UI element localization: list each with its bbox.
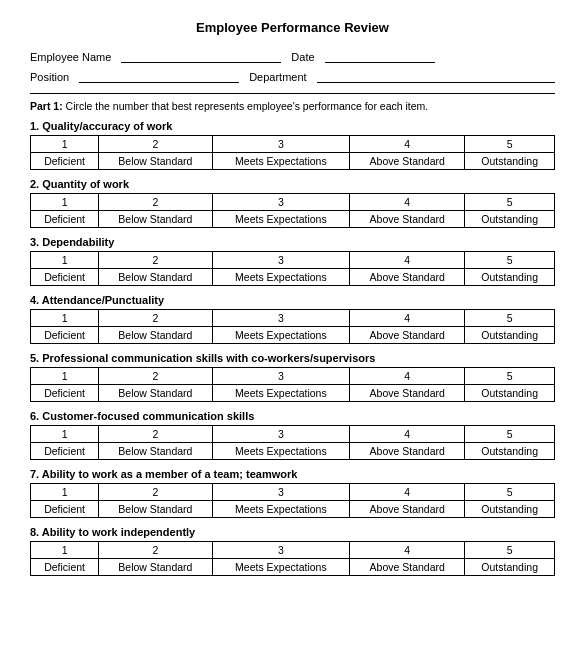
rating-label-2: Below Standard bbox=[99, 385, 213, 402]
rating-number-3[interactable]: 3 bbox=[212, 542, 349, 559]
rating-number-3[interactable]: 3 bbox=[212, 484, 349, 501]
rating-number-5[interactable]: 5 bbox=[465, 426, 555, 443]
rating-label-2: Below Standard bbox=[99, 443, 213, 460]
rating-label-3: Meets Expectations bbox=[212, 327, 349, 344]
rating-number-2[interactable]: 2 bbox=[99, 426, 213, 443]
rating-label-4: Above Standard bbox=[350, 211, 465, 228]
date-label: Date bbox=[291, 51, 314, 63]
rating-label-3: Meets Expectations bbox=[212, 443, 349, 460]
sections-container: 1. Quality/accuracy of work12345Deficien… bbox=[30, 120, 555, 576]
rating-table-s2: 12345DeficientBelow StandardMeets Expect… bbox=[30, 193, 555, 228]
position-input[interactable] bbox=[79, 69, 239, 83]
section-title-s4: 4. Attendance/Punctuality bbox=[30, 294, 555, 306]
rating-label-1: Deficient bbox=[31, 443, 99, 460]
instructions: Part 1: Circle the number that best repr… bbox=[30, 93, 555, 112]
rating-label-1: Deficient bbox=[31, 211, 99, 228]
rating-number-3[interactable]: 3 bbox=[212, 252, 349, 269]
rating-label-2: Below Standard bbox=[99, 559, 213, 576]
rating-number-3[interactable]: 3 bbox=[212, 368, 349, 385]
rating-number-2[interactable]: 2 bbox=[99, 136, 213, 153]
rating-label-3: Meets Expectations bbox=[212, 501, 349, 518]
rating-number-5[interactable]: 5 bbox=[465, 252, 555, 269]
date-input[interactable] bbox=[325, 49, 435, 63]
rating-number-3[interactable]: 3 bbox=[212, 426, 349, 443]
rating-label-4: Above Standard bbox=[350, 327, 465, 344]
rating-number-1[interactable]: 1 bbox=[31, 310, 99, 327]
rating-number-1[interactable]: 1 bbox=[31, 136, 99, 153]
rating-label-3: Meets Expectations bbox=[212, 269, 349, 286]
rating-number-2[interactable]: 2 bbox=[99, 368, 213, 385]
employee-name-label: Employee Name bbox=[30, 51, 111, 63]
rating-number-2[interactable]: 2 bbox=[99, 484, 213, 501]
position-department-row: Position Department bbox=[30, 69, 555, 83]
rating-number-3[interactable]: 3 bbox=[212, 194, 349, 211]
rating-label-5: Outstanding bbox=[465, 385, 555, 402]
rating-number-1[interactable]: 1 bbox=[31, 426, 99, 443]
rating-number-2[interactable]: 2 bbox=[99, 252, 213, 269]
rating-label-4: Above Standard bbox=[350, 443, 465, 460]
employee-name-input[interactable] bbox=[121, 49, 281, 63]
rating-label-5: Outstanding bbox=[465, 153, 555, 170]
rating-table-s7: 12345DeficientBelow StandardMeets Expect… bbox=[30, 483, 555, 518]
section-title-s6: 6. Customer-focused communication skills bbox=[30, 410, 555, 422]
rating-label-5: Outstanding bbox=[465, 501, 555, 518]
rating-label-5: Outstanding bbox=[465, 269, 555, 286]
rating-label-5: Outstanding bbox=[465, 559, 555, 576]
rating-label-3: Meets Expectations bbox=[212, 153, 349, 170]
rating-number-5[interactable]: 5 bbox=[465, 310, 555, 327]
rating-label-1: Deficient bbox=[31, 559, 99, 576]
rating-label-2: Below Standard bbox=[99, 211, 213, 228]
rating-number-4[interactable]: 4 bbox=[350, 194, 465, 211]
rating-number-5[interactable]: 5 bbox=[465, 542, 555, 559]
department-input[interactable] bbox=[317, 69, 555, 83]
rating-label-2: Below Standard bbox=[99, 501, 213, 518]
rating-number-4[interactable]: 4 bbox=[350, 310, 465, 327]
rating-label-1: Deficient bbox=[31, 269, 99, 286]
rating-table-s8: 12345DeficientBelow StandardMeets Expect… bbox=[30, 541, 555, 576]
rating-number-1[interactable]: 1 bbox=[31, 252, 99, 269]
rating-label-1: Deficient bbox=[31, 327, 99, 344]
rating-number-4[interactable]: 4 bbox=[350, 426, 465, 443]
section-title-s7: 7. Ability to work as a member of a team… bbox=[30, 468, 555, 480]
department-label: Department bbox=[249, 71, 306, 83]
name-date-row: Employee Name Date bbox=[30, 49, 555, 63]
rating-number-5[interactable]: 5 bbox=[465, 194, 555, 211]
rating-number-4[interactable]: 4 bbox=[350, 136, 465, 153]
part-text: Circle the number that best represents e… bbox=[63, 100, 429, 112]
page-title: Employee Performance Review bbox=[30, 20, 555, 35]
rating-number-1[interactable]: 1 bbox=[31, 542, 99, 559]
rating-label-2: Below Standard bbox=[99, 269, 213, 286]
rating-number-2[interactable]: 2 bbox=[99, 194, 213, 211]
rating-table-s1: 12345DeficientBelow StandardMeets Expect… bbox=[30, 135, 555, 170]
rating-label-1: Deficient bbox=[31, 385, 99, 402]
rating-label-3: Meets Expectations bbox=[212, 559, 349, 576]
rating-label-5: Outstanding bbox=[465, 211, 555, 228]
rating-number-1[interactable]: 1 bbox=[31, 484, 99, 501]
rating-number-4[interactable]: 4 bbox=[350, 484, 465, 501]
rating-number-5[interactable]: 5 bbox=[465, 368, 555, 385]
rating-number-2[interactable]: 2 bbox=[99, 542, 213, 559]
section-title-s5: 5. Professional communication skills wit… bbox=[30, 352, 555, 364]
rating-label-3: Meets Expectations bbox=[212, 385, 349, 402]
section-title-s3: 3. Dependability bbox=[30, 236, 555, 248]
rating-label-4: Above Standard bbox=[350, 501, 465, 518]
rating-number-5[interactable]: 5 bbox=[465, 484, 555, 501]
section-title-s8: 8. Ability to work independently bbox=[30, 526, 555, 538]
rating-number-3[interactable]: 3 bbox=[212, 310, 349, 327]
rating-number-4[interactable]: 4 bbox=[350, 368, 465, 385]
rating-number-4[interactable]: 4 bbox=[350, 542, 465, 559]
rating-number-4[interactable]: 4 bbox=[350, 252, 465, 269]
part-bold: Part 1: bbox=[30, 100, 63, 112]
section-title-s1: 1. Quality/accuracy of work bbox=[30, 120, 555, 132]
rating-label-3: Meets Expectations bbox=[212, 211, 349, 228]
rating-number-5[interactable]: 5 bbox=[465, 136, 555, 153]
rating-label-4: Above Standard bbox=[350, 269, 465, 286]
rating-number-1[interactable]: 1 bbox=[31, 194, 99, 211]
section-title-s2: 2. Quantity of work bbox=[30, 178, 555, 190]
rating-number-1[interactable]: 1 bbox=[31, 368, 99, 385]
rating-label-4: Above Standard bbox=[350, 559, 465, 576]
rating-label-1: Deficient bbox=[31, 501, 99, 518]
rating-number-3[interactable]: 3 bbox=[212, 136, 349, 153]
rating-label-2: Below Standard bbox=[99, 153, 213, 170]
rating-number-2[interactable]: 2 bbox=[99, 310, 213, 327]
